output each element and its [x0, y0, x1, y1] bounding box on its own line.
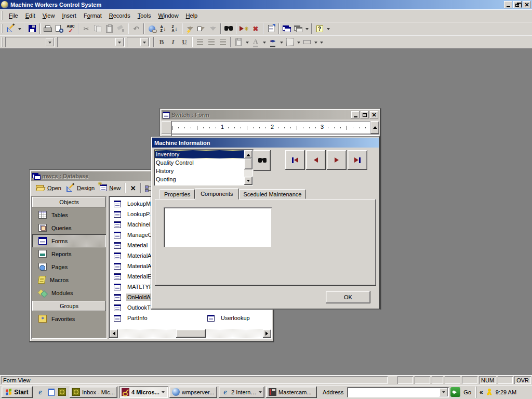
switch-maximize-button[interactable] [361, 111, 369, 118]
components-listbox[interactable] [164, 207, 272, 247]
filter-by-selection-button[interactable]: ⚡ [184, 23, 196, 34]
object-select-combo[interactable] [5, 37, 55, 47]
first-record-button[interactable] [285, 150, 305, 170]
menu-format[interactable]: Format [80, 11, 105, 20]
align-center-button[interactable] [206, 36, 217, 48]
line-color-button[interactable]: ✒ [267, 36, 278, 48]
form-list-item[interactable]: MaterialA [114, 262, 152, 270]
switch-close-button[interactable]: ✕ [370, 111, 378, 118]
db-new-button[interactable]: ✳New [97, 182, 123, 194]
new-object-button[interactable] [292, 23, 304, 34]
spelling-button[interactable]: ABC✓ [65, 23, 76, 34]
horizontal-scrollbar[interactable] [110, 329, 271, 338]
find-button[interactable] [223, 23, 234, 34]
form-list-item[interactable]: OutlookT [114, 303, 152, 312]
sidebar-item-tables[interactable]: Tables [32, 208, 106, 221]
sidebar-item-macros[interactable]: Macros [32, 273, 106, 286]
toolbar-grip[interactable] [2, 24, 3, 33]
help-button[interactable]: ? [314, 23, 325, 34]
menu-window[interactable]: Window [154, 11, 182, 20]
bold-button[interactable]: B [156, 36, 167, 48]
scroll-up-button[interactable] [370, 121, 379, 134]
listbox-scrollbar[interactable] [244, 150, 252, 185]
scroll-right-button[interactable] [263, 329, 271, 338]
last-record-button[interactable] [348, 150, 367, 170]
close-button[interactable]: ✕ [523, 1, 531, 8]
font-color-button[interactable]: A [250, 36, 261, 48]
line-color-dropdown[interactable] [278, 36, 284, 48]
form-list-item[interactable]: MaterialE [114, 272, 152, 281]
listbox-scroll-up[interactable] [244, 150, 252, 158]
special-effect-button[interactable] [301, 36, 313, 48]
sidebar-item-forms[interactable]: Forms [32, 234, 106, 247]
category-item[interactable]: Quoting [155, 175, 244, 183]
form-list-item[interactable]: Material [114, 241, 149, 249]
sidebar-item-pages[interactable]: Pages [32, 260, 106, 273]
tray-chevron[interactable]: « [480, 389, 483, 396]
undo-button[interactable]: ↶ [130, 23, 142, 34]
db-delete-button[interactable]: ✕ [127, 182, 139, 194]
sidebar-item-queries[interactable]: Queries [32, 221, 106, 234]
aim-tray-icon[interactable] [486, 389, 493, 396]
help-dropdown[interactable] [325, 23, 331, 34]
menu-records[interactable]: Records [105, 11, 134, 20]
db-design-button[interactable]: Design [64, 182, 97, 194]
scroll-left-button[interactable] [110, 329, 118, 338]
fill-color-dropdown[interactable] [244, 36, 250, 48]
print-button[interactable] [42, 23, 54, 34]
tab-sceduled-maintenance[interactable]: Sceduled Maintenance [239, 189, 307, 199]
special-effect-dropdown[interactable] [313, 36, 318, 48]
font-combo[interactable] [57, 37, 125, 47]
ok-button[interactable]: OK [326, 291, 370, 303]
print-preview-button[interactable] [54, 23, 65, 34]
toolbar-options-chevron[interactable] [318, 36, 324, 48]
task-button[interactable]: Mastercam... [266, 387, 317, 398]
organizer-quicklaunch-icon[interactable] [58, 388, 66, 396]
previous-record-button[interactable] [306, 150, 326, 170]
insert-hyperlink-button[interactable] [146, 23, 157, 34]
toolbar2-grip[interactable] [2, 37, 3, 47]
switch-minimize-button[interactable] [351, 111, 360, 118]
font-size-combo[interactable] [127, 37, 150, 47]
copy-button[interactable] [92, 23, 103, 34]
category-listbox[interactable]: InventoryQuality ControlHistoryQuotingEx… [154, 149, 254, 186]
next-record-button[interactable] [327, 150, 347, 170]
align-left-button[interactable] [194, 36, 206, 48]
machine-info-title-bar[interactable]: Machine Information [152, 138, 379, 148]
groups-header-button[interactable]: Groups [32, 301, 106, 311]
minimize-button[interactable] [504, 1, 512, 8]
scroll-track[interactable] [118, 329, 263, 338]
paste-button[interactable] [103, 23, 115, 34]
address-input[interactable] [347, 387, 449, 397]
restore-button[interactable] [513, 1, 522, 8]
category-item[interactable]: Exit MWCS! [155, 183, 244, 185]
switch-form-title-bar[interactable]: Switch : Form ✕ [162, 110, 379, 119]
db-open-button[interactable]: Open [33, 182, 64, 194]
ie-quicklaunch-icon[interactable]: e [36, 388, 45, 396]
listbox-scroll-thumb[interactable] [244, 158, 252, 169]
new-object-dropdown[interactable] [304, 23, 310, 34]
apply-filter-button[interactable] [207, 23, 219, 34]
menu-help[interactable]: Help [182, 11, 202, 20]
delete-record-button[interactable]: ✖ [250, 23, 261, 34]
sidebar-item-modules[interactable]: Modules [32, 286, 106, 299]
form-list-item[interactable]: Userlookup [207, 314, 251, 322]
menu-view[interactable]: View [39, 11, 59, 20]
category-item[interactable]: History [155, 167, 244, 175]
form-list-item[interactable]: LookupP. [114, 210, 152, 218]
group-item-favorites[interactable]: Favorites [32, 312, 106, 325]
form-list-item[interactable]: PartInfo [114, 314, 149, 322]
form-list-item[interactable]: MachineI [114, 220, 152, 229]
align-right-button[interactable] [217, 36, 229, 48]
filter-by-form-button[interactable] [196, 23, 207, 34]
italic-button[interactable]: I [167, 36, 179, 48]
menu-tools[interactable]: Tools [134, 11, 155, 20]
form-list-item[interactable]: OnHoldA [114, 293, 152, 301]
view-design-button[interactable] [5, 23, 17, 34]
form-list-item[interactable]: MATLTYP [114, 283, 154, 291]
objects-header-button[interactable]: Objects [32, 197, 106, 207]
main-title-bar[interactable]: Machine Workers Control System ✕ [0, 0, 532, 9]
form-list-item[interactable]: ManageC [114, 231, 153, 239]
sidebar-item-reports[interactable]: Reports [32, 247, 106, 260]
database-window-button[interactable] [281, 23, 292, 34]
